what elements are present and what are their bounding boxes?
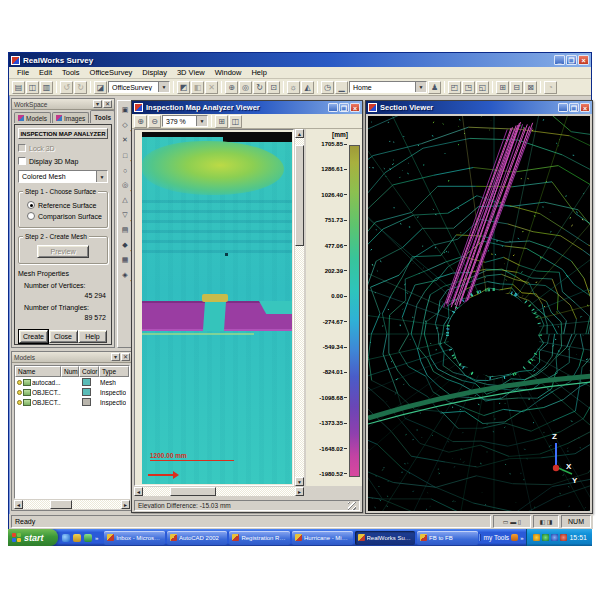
menu-tools[interactable]: Tools — [58, 68, 84, 77]
tab-tools[interactable]: Tools — [90, 110, 115, 123]
map-viewer-titlebar[interactable]: Inspection Map Analyzer Viewer _ ❐ × — [132, 101, 362, 114]
models-column-name[interactable]: Name — [15, 366, 61, 377]
tray-icon[interactable] — [533, 534, 540, 541]
officesurvey-combo[interactable]: OfficeSurvey▼ — [108, 81, 170, 93]
comparison-surface-row[interactable]: Comparison Surface — [27, 212, 103, 220]
zoom-out-icon[interactable]: ⊖ — [148, 115, 161, 128]
pan-icon[interactable]: ◫ — [229, 115, 242, 128]
models-close-icon[interactable]: ✕ — [121, 353, 130, 361]
vertical-tool-icon[interactable]: ▽▾ — [119, 208, 132, 222]
measure-icon[interactable]: ⊕ — [225, 81, 238, 94]
section-close-button[interactable]: × — [580, 103, 590, 112]
chevron-down-icon[interactable]: ▼ — [415, 82, 426, 92]
reference-surface-radio[interactable] — [27, 201, 35, 209]
taskbar-task[interactable]: Registration Rep... — [229, 531, 290, 545]
menu-window[interactable]: Window — [211, 68, 246, 77]
preview-button[interactable]: Preview — [37, 245, 89, 258]
menu-help[interactable]: Help — [247, 68, 270, 77]
vertical-tool-icon[interactable]: ▤ — [119, 223, 132, 237]
section-3d-view[interactable]: Z X Y — [368, 116, 590, 511]
workspace-caption[interactable]: WorkSpace ▾ ✕ — [12, 99, 114, 110]
rotate-icon[interactable]: ↻ — [253, 81, 266, 94]
refresh-icon[interactable]: ☼ — [287, 81, 300, 94]
undo-icon[interactable]: ↺ — [60, 81, 73, 94]
scroll-down-icon[interactable]: ▼ — [295, 477, 304, 486]
fit-view-icon[interactable]: ⊞ — [215, 115, 228, 128]
taskbar-task[interactable]: RealWorks Survey — [355, 531, 416, 545]
menu-file[interactable]: File — [13, 68, 33, 77]
vertical-tool-icon[interactable]: ○ — [119, 163, 132, 177]
vertical-tool-icon[interactable]: ◆▾ — [119, 238, 132, 252]
workspace-pin-icon[interactable]: ▾ — [93, 100, 102, 108]
scroll-left-icon[interactable]: ◄ — [14, 500, 23, 509]
sync-icon[interactable]: ◪ — [94, 81, 107, 94]
scroll-right-icon[interactable]: ► — [295, 487, 304, 496]
display-3d-map-checkbox[interactable] — [18, 157, 26, 165]
table-row[interactable]: OBJECT...Inspectio — [15, 387, 129, 397]
layout2-icon[interactable]: ◳ — [462, 81, 475, 94]
vertical-tool-icon[interactable]: ▦ — [119, 253, 132, 267]
split-icon[interactable]: ⊠ — [524, 81, 537, 94]
internet-explorer-icon[interactable] — [62, 534, 70, 542]
map-close-button[interactable]: × — [350, 103, 360, 112]
start-button[interactable]: start — [8, 529, 58, 546]
lock-3d-row[interactable]: Lock 3D — [18, 144, 108, 152]
create-button[interactable]: Create — [19, 330, 48, 343]
close-button[interactable]: × — [578, 55, 589, 65]
map-hscrollbar[interactable]: ◄ ► — [134, 487, 304, 496]
tab-models[interactable]: Models — [14, 112, 51, 123]
mesh-type-dropdown[interactable]: Colored Mesh ▼ — [18, 170, 108, 183]
chevron-overflow-icon[interactable]: » — [95, 535, 98, 541]
menu-3d-view[interactable]: 3D View — [173, 68, 209, 77]
zoom-in-icon[interactable]: ⊕ — [134, 115, 147, 128]
menu-edit[interactable]: Edit — [35, 68, 56, 77]
inspection-heatmap[interactable]: 1200.00 mm — [142, 132, 292, 484]
zoom-level-combo[interactable]: 379 % ▼ — [162, 115, 208, 127]
models-column-type[interactable]: Type — [99, 366, 129, 377]
layout1-icon[interactable]: ◰ — [448, 81, 461, 94]
cascade-icon[interactable]: ⊞ — [496, 81, 509, 94]
resize-grip[interactable] — [348, 502, 356, 510]
main-titlebar[interactable]: RealWorks Survey _ ❐ × — [9, 53, 591, 67]
map-minimize-button[interactable]: _ — [328, 103, 338, 112]
tray-icon[interactable] — [551, 534, 558, 541]
taskbar-task[interactable]: AutoCAD 2002 — [167, 531, 228, 545]
section-viewer-titlebar[interactable]: Section Viewer _ ❐ × — [366, 101, 592, 114]
reference-surface-row[interactable]: Reference Surface — [27, 201, 103, 209]
lock-3d-checkbox[interactable] — [18, 144, 26, 152]
map-vscrollbar[interactable]: ▲ ▼ — [295, 129, 304, 486]
vertical-tool-icon[interactable]: ▣ — [119, 103, 132, 117]
models-pin-icon[interactable]: ▾ — [111, 353, 120, 361]
home-view-combo[interactable]: Home▼ — [349, 81, 427, 93]
user-icon[interactable]: ♟ — [428, 81, 441, 94]
mytools-icon[interactable] — [511, 534, 518, 541]
target-icon[interactable]: ◎ — [239, 81, 252, 94]
layout3-icon[interactable]: ◱ — [476, 81, 489, 94]
help-icon[interactable]: ◔ — [544, 81, 557, 94]
vertical-tool-icon[interactable]: □▾ — [119, 148, 132, 162]
chart-icon[interactable]: ▁ — [335, 81, 348, 94]
taskbar-task[interactable]: Hurricane - Micro... — [292, 531, 353, 545]
vertical-tool-icon[interactable]: ✕ — [119, 133, 132, 147]
fit-icon[interactable]: ⊡ — [267, 81, 280, 94]
edit-icon[interactable]: ◭ — [301, 81, 314, 94]
scroll-up-icon[interactable]: ▲ — [295, 129, 304, 138]
models-hscrollbar[interactable]: ◄ ► — [14, 500, 130, 509]
workspace-close-icon[interactable]: ✕ — [103, 100, 112, 108]
deselect-icon[interactable]: ◧ — [191, 81, 204, 94]
cut-icon[interactable]: ✕ — [205, 81, 218, 94]
comparison-surface-radio[interactable] — [27, 212, 35, 220]
status-tool-icons[interactable]: ◧ ◨ — [533, 515, 559, 528]
vertical-tool-icon[interactable]: ◎▾ — [119, 178, 132, 192]
quick-launch-icon[interactable] — [73, 534, 81, 542]
close-panel-button[interactable]: Close — [49, 330, 78, 343]
open-icon[interactable]: ▤ — [12, 81, 25, 94]
select-icon[interactable]: ◩ — [177, 81, 190, 94]
vertical-tool-icon[interactable]: ◇▾ — [119, 118, 132, 132]
save-icon[interactable]: ◫ — [26, 81, 39, 94]
print-icon[interactable]: ▥ — [40, 81, 53, 94]
display-3d-map-row[interactable]: Display 3D Map — [18, 157, 108, 165]
models-column-color[interactable]: Color — [79, 366, 99, 377]
tab-images[interactable]: Images — [52, 112, 89, 123]
redo-icon[interactable]: ↻ — [74, 81, 87, 94]
